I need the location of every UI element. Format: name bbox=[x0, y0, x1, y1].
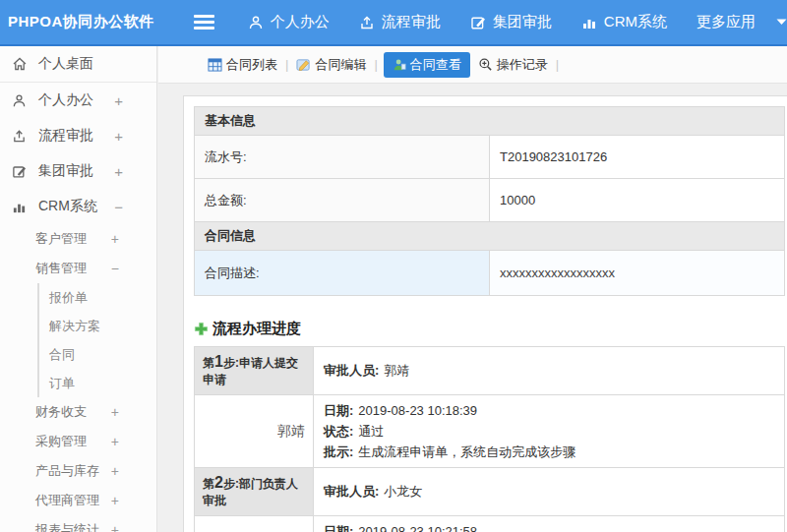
expand-toggle[interactable]: + bbox=[111, 434, 119, 449]
chart-icon bbox=[12, 200, 29, 214]
sidebar: 个人桌面 个人办公 + 流程审批 + 集团审批 + CRM系统 − 客户管理 +… bbox=[0, 46, 157, 532]
tab-operation-log[interactable]: 操作记录 bbox=[473, 52, 553, 78]
step-title: 第1步:申请人提交申请 bbox=[195, 347, 314, 395]
step-status: 状态:通过 bbox=[324, 421, 774, 442]
expand-toggle[interactable]: + bbox=[114, 163, 123, 180]
tab-contract-edit[interactable]: 合同编辑 bbox=[291, 52, 371, 78]
tab-contract-list[interactable]: 合同列表 bbox=[203, 52, 282, 78]
sidebar-item-label: 集团审批 bbox=[38, 162, 93, 180]
sidebar-item-sales-mgmt[interactable]: 销售管理 − bbox=[0, 254, 156, 283]
edit-icon bbox=[470, 15, 486, 30]
expand-toggle[interactable]: + bbox=[114, 92, 123, 109]
sidebar-item-label: 合同 bbox=[49, 346, 75, 364]
sidebar-item-agent-mgmt[interactable]: 代理商管理 + bbox=[0, 486, 156, 515]
green-plus-icon bbox=[194, 322, 209, 336]
person-view-icon bbox=[393, 58, 406, 72]
tab-label: 操作记录 bbox=[497, 56, 548, 74]
topnav-label: CRM系统 bbox=[604, 13, 667, 31]
topnav-group-approval[interactable]: 集团审批 bbox=[470, 13, 552, 31]
sidebar-item-crm[interactable]: CRM系统 − bbox=[0, 189, 156, 224]
step-detail: 日期:2019-08-23 10:18:39 状态:通过 批示:生成流程申请单，… bbox=[314, 395, 785, 468]
topnav-more-apps[interactable]: 更多应用 bbox=[696, 13, 787, 31]
flow-icon bbox=[359, 15, 375, 30]
approver-name: 郭靖 bbox=[195, 395, 314, 468]
step-detail: 日期:2019-08-23 10:21:58 状态:通过 批示:通过 bbox=[314, 516, 785, 532]
sales-submenu: 报价单 解决方案 合同 订单 bbox=[37, 283, 156, 397]
field-value-serial: T20190823101726 bbox=[490, 136, 785, 179]
topnav-label: 个人办公 bbox=[271, 13, 330, 31]
sidebar-item-order[interactable]: 订单 bbox=[39, 369, 156, 397]
sidebar-item-label: 代理商管理 bbox=[35, 492, 99, 509]
field-label-description: 合同描述: bbox=[195, 251, 490, 296]
sidebar-item-label: 销售管理 bbox=[35, 260, 87, 277]
topnav-workflow-approval[interactable]: 流程审批 bbox=[359, 13, 441, 31]
step-comment: 批示:生成流程申请单，系统自动完成该步骤 bbox=[324, 442, 774, 462]
sidebar-item-customer-mgmt[interactable]: 客户管理 + bbox=[0, 224, 156, 254]
contract-info-table: 基本信息 流水号: T20190823101726 总金额: 10000 合同信… bbox=[194, 106, 785, 296]
step-title: 第2步:部门负责人审批 bbox=[195, 468, 314, 516]
table-row: 合同描述: xxxxxxxxxxxxxxxxxx bbox=[195, 251, 785, 296]
expand-toggle[interactable]: + bbox=[111, 522, 119, 532]
tab-separator: | bbox=[285, 57, 288, 72]
sidebar-item-purchase[interactable]: 采购管理 + bbox=[0, 427, 156, 456]
step-date: 日期:2019-08-23 10:21:58 bbox=[324, 521, 774, 532]
person-icon bbox=[12, 93, 29, 108]
tab-label: 合同列表 bbox=[226, 56, 277, 74]
sidebar-item-personal-office[interactable]: 个人办公 + bbox=[0, 83, 156, 118]
sidebar-item-group-approval[interactable]: 集团审批 + bbox=[0, 153, 156, 189]
table-row: 第1步:申请人提交申请 审批人员:郭靖 bbox=[195, 347, 785, 395]
topnav-crm[interactable]: CRM系统 bbox=[581, 13, 667, 31]
section-header-basic-info: 基本信息 bbox=[195, 107, 785, 136]
tab-label: 合同编辑 bbox=[315, 56, 366, 74]
tab-contract-view[interactable]: 合同查看 bbox=[384, 52, 470, 78]
field-label-serial: 流水号: bbox=[195, 136, 490, 179]
chevron-down-icon bbox=[776, 19, 787, 26]
sidebar-item-finance[interactable]: 财务收支 + bbox=[0, 397, 156, 427]
sidebar-item-label: 报表与统计 bbox=[35, 521, 99, 532]
field-value-amount: 10000 bbox=[490, 179, 785, 222]
sidebar-item-contract[interactable]: 合同 bbox=[39, 340, 156, 369]
tab-label: 合同查看 bbox=[410, 56, 461, 74]
step-date: 日期:2019-08-23 10:18:39 bbox=[324, 400, 774, 421]
hamburger-menu-icon[interactable] bbox=[194, 15, 214, 30]
field-value-description: xxxxxxxxxxxxxxxxxx bbox=[490, 251, 785, 296]
expand-toggle[interactable]: + bbox=[111, 493, 119, 508]
sidebar-item-label: 产品与库存 bbox=[35, 462, 99, 480]
content-panel: 基本信息 流水号: T20190823101726 总金额: 10000 合同信… bbox=[183, 95, 787, 532]
top-nav: 个人办公 流程审批 集团审批 CRM系统 更多应用 bbox=[248, 13, 787, 31]
expand-toggle[interactable]: + bbox=[114, 128, 123, 145]
sidebar-item-workflow-approval[interactable]: 流程审批 + bbox=[0, 118, 156, 153]
collapse-toggle[interactable]: − bbox=[111, 261, 119, 276]
tab-bar: 合同列表 | 合同编辑 | 合同查看 操作记录 | bbox=[158, 46, 787, 84]
sidebar-item-label: CRM系统 bbox=[38, 198, 97, 215]
topnav-personal-office[interactable]: 个人办公 bbox=[248, 13, 330, 31]
sidebar-item-reports[interactable]: 报表与统计 + bbox=[0, 515, 156, 532]
sidebar-item-solution[interactable]: 解决方案 bbox=[39, 312, 156, 340]
topnav-label: 集团审批 bbox=[493, 13, 552, 31]
table-row: 郭靖 日期:2019-08-23 10:18:39 状态:通过 批示:生成流程申… bbox=[195, 395, 785, 468]
expand-toggle[interactable]: + bbox=[111, 231, 119, 247]
tab-separator: | bbox=[374, 57, 377, 72]
sidebar-item-label: 流程审批 bbox=[38, 127, 93, 145]
table-row: 流水号: T20190823101726 bbox=[195, 136, 785, 179]
sidebar-item-personal-desktop[interactable]: 个人桌面 bbox=[0, 46, 156, 83]
expand-toggle[interactable]: + bbox=[111, 463, 119, 479]
topnav-label: 流程审批 bbox=[382, 13, 441, 31]
sidebar-item-label: 个人桌面 bbox=[38, 55, 93, 73]
person-icon bbox=[248, 15, 264, 30]
top-bar: PHPOA协同办公软件 个人办公 流程审批 集团审批 CRM系统 bbox=[0, 0, 787, 46]
collapse-toggle[interactable]: − bbox=[114, 199, 123, 215]
chart-icon bbox=[581, 15, 597, 30]
approver-name: 小龙女 bbox=[195, 516, 314, 532]
sidebar-item-label: 客户管理 bbox=[35, 230, 87, 248]
sidebar-item-label: 个人办公 bbox=[38, 91, 93, 109]
flow-icon bbox=[12, 129, 29, 144]
process-progress-title: 流程办理进度 bbox=[194, 320, 777, 338]
section-header-contract-info: 合同信息 bbox=[195, 222, 785, 251]
expand-toggle[interactable]: + bbox=[111, 404, 119, 420]
edit-doc-icon bbox=[296, 58, 311, 72]
sidebar-item-product-inventory[interactable]: 产品与库存 + bbox=[0, 456, 156, 486]
edit-icon bbox=[12, 164, 29, 179]
sidebar-item-quotation[interactable]: 报价单 bbox=[39, 283, 156, 312]
table-row: 第2步:部门负责人审批 审批人员:小龙女 bbox=[195, 468, 785, 516]
